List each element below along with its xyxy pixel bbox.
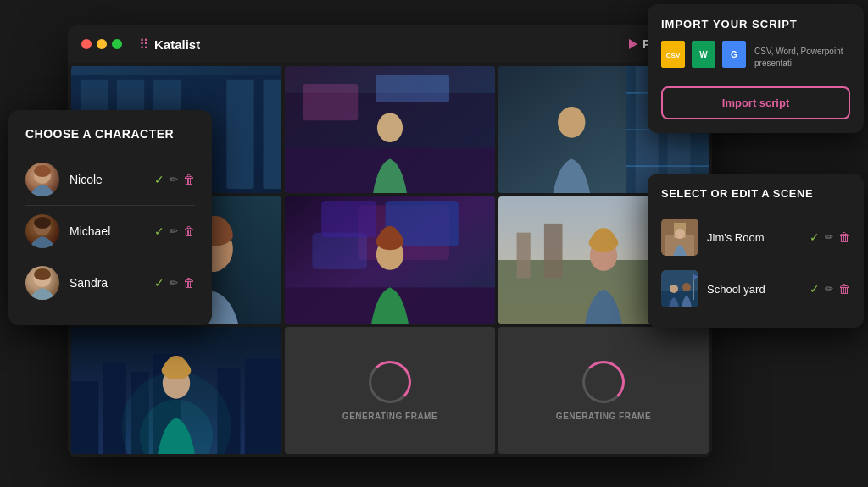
svg-rect-42 <box>544 224 563 279</box>
edit-scene-icon[interactable]: ✏ <box>825 231 833 243</box>
import-script-panel: IMPORT YOUR SCRIPT CSV W G <box>648 4 864 133</box>
scene-item-jims-room[interactable]: Jim's Room ✓ ✏ 🗑 <box>661 212 850 263</box>
delete-icon-sandra[interactable]: 🗑 <box>183 276 195 290</box>
delete-schoolyard-icon[interactable]: 🗑 <box>838 282 850 296</box>
scene-thumb-jims-room <box>661 219 698 256</box>
approve-icon-sandra[interactable]: ✓ <box>154 276 164 290</box>
maximize-button[interactable] <box>112 39 122 49</box>
spinner-1 <box>369 361 411 403</box>
scene-panel: SELECT OR EDIT A SCENE Jim's Room ✓ ✏ 🗑 <box>648 174 864 328</box>
generating-frame-2: GENERATING FRAME <box>498 327 709 454</box>
scene-item-schoolyard[interactable]: School yard ✓ ✏ 🗑 <box>661 263 850 314</box>
svg-rect-13 <box>303 84 359 120</box>
svg-point-77 <box>682 283 691 291</box>
character-name-sandra: Sandra <box>70 276 144 290</box>
minimize-button[interactable] <box>97 39 107 49</box>
edit-icon[interactable]: ✏ <box>170 174 178 185</box>
avatar-michael <box>25 214 59 248</box>
svg-point-63 <box>34 268 51 280</box>
scene-name-schoolyard: School yard <box>707 283 801 296</box>
character-panel: CHOOSE A CHARACTER Nicole ✓ ✏ 🗑 Michael <box>8 110 212 325</box>
svg-rect-48 <box>71 381 98 454</box>
scene-cell-7[interactable] <box>71 327 281 454</box>
svg-rect-49 <box>103 363 126 454</box>
logo-icon: ⠿ <box>139 36 149 53</box>
svg-point-76 <box>670 285 678 293</box>
character-item-nicole[interactable]: Nicole ✓ ✏ 🗑 <box>25 154 195 206</box>
character-name-michael: Michael <box>70 224 144 238</box>
svg-point-23 <box>558 107 585 138</box>
word-icon: W <box>692 41 715 68</box>
svg-rect-14 <box>376 75 449 102</box>
svg-text:W: W <box>699 50 708 59</box>
ppt-icon: G <box>722 41 746 68</box>
approve-icon-michael[interactable]: ✓ <box>154 224 164 238</box>
scene-actions-jims-room: ✓ ✏ 🗑 <box>810 230 850 244</box>
character-actions-michael: ✓ ✏ 🗑 <box>154 224 195 238</box>
spinner-2 <box>582 361 625 403</box>
file-types-label: CSV, Word, Powerpointpresentati <box>754 46 843 69</box>
scene-panel-title: SELECT OR EDIT A SCENE <box>661 187 850 200</box>
character-panel-title: CHOOSE A CHARACTER <box>25 127 195 141</box>
generating-label-2: GENERATING FRAME <box>556 412 651 421</box>
character-item-michael[interactable]: Michael ✓ ✏ 🗑 <box>25 206 195 257</box>
file-icons: CSV W G <box>661 41 746 68</box>
svg-rect-41 <box>517 233 531 279</box>
app-logo: ⠿ Katalist <box>139 36 200 53</box>
svg-point-59 <box>34 165 51 177</box>
approve-scene-icon[interactable]: ✓ <box>810 230 820 244</box>
svg-text:CSV: CSV <box>666 52 681 59</box>
svg-rect-6 <box>263 80 281 189</box>
edit-icon-michael[interactable]: ✏ <box>170 225 178 237</box>
svg-rect-53 <box>245 358 281 454</box>
delete-icon[interactable]: 🗑 <box>183 173 195 186</box>
delete-scene-icon[interactable]: 🗑 <box>838 230 850 244</box>
generating-label-1: GENERATING FRAME <box>342 412 437 421</box>
character-name-nicole: Nicole <box>70 173 144 186</box>
svg-point-61 <box>34 217 51 229</box>
scene-cell-2[interactable] <box>285 66 495 193</box>
approve-icon[interactable]: ✓ <box>154 173 164 186</box>
svg-point-73 <box>675 229 685 239</box>
character-item-sandra[interactable]: Sandra ✓ ✏ 🗑 <box>25 257 195 308</box>
import-script-button[interactable]: Import script <box>661 86 850 119</box>
scene-actions-schoolyard: ✓ ✏ 🗑 <box>810 282 850 296</box>
avatar-sandra <box>25 266 59 300</box>
scene-cell-5[interactable] <box>285 196 495 324</box>
edit-schoolyard-icon[interactable]: ✏ <box>825 283 833 295</box>
traffic-lights <box>81 39 122 49</box>
approve-schoolyard-icon[interactable]: ✓ <box>810 282 820 296</box>
character-actions-sandra: ✓ ✏ 🗑 <box>154 276 195 290</box>
svg-rect-36 <box>321 201 376 237</box>
svg-rect-34 <box>312 233 367 269</box>
delete-icon-michael[interactable]: 🗑 <box>183 224 195 238</box>
scene-name-jims-room: Jim's Room <box>707 231 801 244</box>
character-actions-nicole: ✓ ✏ 🗑 <box>154 173 195 186</box>
edit-icon-sandra[interactable]: ✏ <box>170 277 178 289</box>
generating-frame-1: GENERATING FRAME <box>285 327 495 454</box>
close-button[interactable] <box>81 39 92 49</box>
scene-thumb-schoolyard <box>661 270 698 307</box>
import-panel-title: IMPORT YOUR SCRIPT <box>661 18 850 30</box>
play-icon <box>629 39 637 49</box>
csv-icon: CSV <box>661 41 685 68</box>
svg-rect-5 <box>226 80 253 189</box>
app-title: Katalist <box>154 37 200 52</box>
avatar-nicole <box>25 163 59 196</box>
svg-point-15 <box>377 113 403 143</box>
title-bar: ⠿ Katalist PRESENT <box>68 25 712 63</box>
svg-text:G: G <box>731 50 737 59</box>
